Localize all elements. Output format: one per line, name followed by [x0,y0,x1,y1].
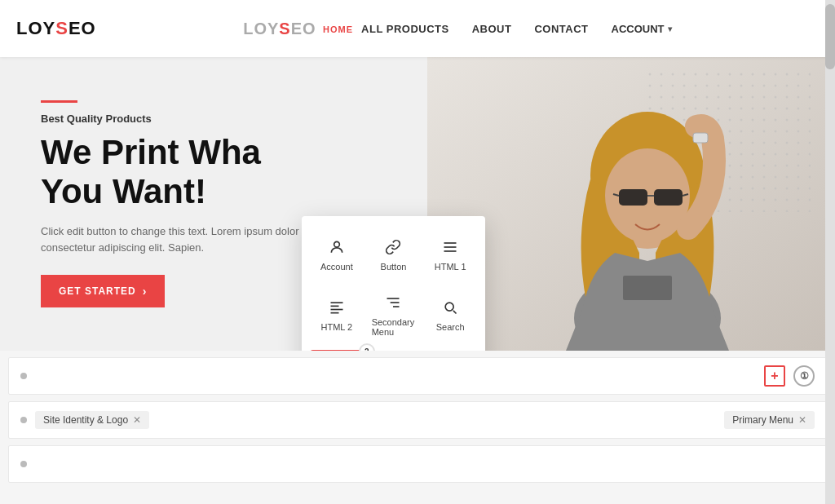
primary-menu-close-icon[interactable]: ✕ [798,414,806,426]
row2-dot [20,417,27,423]
popup-grid: Account Button HTML 1 H [310,229,477,351]
logo-center: LOYSEO HOME [243,20,353,38]
header: LOYSEO LOYSEO HOME ALL PRODUCTS ABOUT CO… [0,0,835,57]
popup-item-social[interactable]: Social [310,350,364,351]
popup-label-secondary-menu: Secondary Menu [372,317,416,337]
svg-point-14 [334,241,339,247]
svg-rect-8 [654,189,683,206]
arrow-icon: › [143,285,148,298]
hero-description: Click edit button to change this text. L… [41,223,326,258]
add-button[interactable]: + [764,365,785,387]
site-identity-label: Site Identity & Logo [43,414,128,426]
logo-y-accent: S [55,18,68,38]
popup-label-html1: HTML 1 [435,262,466,272]
popup-label-search: Search [436,322,465,332]
popup-label-button: Button [381,262,407,272]
site-identity-tag: Site Identity & Logo ✕ [35,411,149,429]
row3-dot [20,461,27,467]
header-center: LOYSEO HOME ALL PRODUCTS ABOUT CONTACT A… [96,20,819,38]
svg-rect-12 [693,133,708,143]
html2-icon [329,299,345,318]
hero-image [427,57,835,351]
bottom-area: + ① Site Identity & Logo ✕ Primary Menu … [0,357,835,483]
circle-badge-1[interactable]: ① [793,365,815,387]
home-label[interactable]: HOME [323,24,353,34]
chevron-down-icon: ▾ [668,24,672,33]
nav-account[interactable]: ACCOUNT ▾ [612,23,672,35]
logo-center-y: S [279,20,290,38]
bottom-row-3 [8,445,827,483]
popup-label-html2: HTML 2 [320,322,352,332]
popup-item-widget2[interactable]: Widget 2 [423,350,477,351]
nav-links: ALL PRODUCTS ABOUT CONTACT ACCOUNT ▾ [361,23,671,35]
nav-about[interactable]: ABOUT [472,23,512,35]
svg-rect-13 [623,276,672,300]
hero-section: Best Quality Products We Print WhaYou Wa… [0,57,835,351]
search-icon [442,299,458,318]
svg-line-26 [453,311,457,314]
site-identity-close-icon[interactable]: ✕ [133,414,141,426]
nav-all-products[interactable]: ALL PRODUCTS [361,23,449,35]
account-icon [329,239,345,258]
svg-point-25 [445,303,453,311]
hero-title: We Print WhaYou Want! [41,133,326,212]
hero-content: Best Quality Products We Print WhaYou Wa… [0,100,326,307]
bottom-row-1: + ① [8,357,827,395]
primary-menu-tag: Primary Menu ✕ [724,411,815,429]
popup-item-search[interactable]: Search [423,285,477,347]
popup-item-html2[interactable]: HTML 2 [310,285,364,347]
popup-item-button[interactable]: Button [367,229,421,281]
primary-menu-label: Primary Menu [732,414,793,426]
secondary-menu-icon [385,294,401,313]
logo-left: LOYSEO [16,18,96,39]
scrollbar-thumb[interactable] [825,4,835,69]
get-started-button[interactable]: GET STARTED › [41,275,165,307]
cta-label: GET STARTED [59,285,136,297]
hero-subtitle: Best Quality Products [41,113,326,125]
popup-item-secondary-menu[interactable]: Secondary Menu [367,285,421,347]
nav-account-label: ACCOUNT [612,23,665,35]
popup-item-account[interactable]: Account [310,229,364,281]
hero-accent-line [41,100,77,103]
scrollbar[interactable] [825,0,835,504]
popup-item-html1[interactable]: HTML 1 [423,229,477,281]
link-icon [385,239,401,258]
popup-label-account: Account [320,262,353,272]
widget-picker-popup: Account Button HTML 1 H [302,216,485,351]
bottom-row-2: Site Identity & Logo ✕ Primary Menu ✕ [8,401,827,439]
row1-dot [20,373,27,379]
popup-item-widget1-wrap: Widget 1 2 [367,350,421,351]
html1-icon [442,239,458,258]
svg-rect-7 [619,189,647,206]
nav-contact[interactable]: CONTACT [534,23,588,35]
